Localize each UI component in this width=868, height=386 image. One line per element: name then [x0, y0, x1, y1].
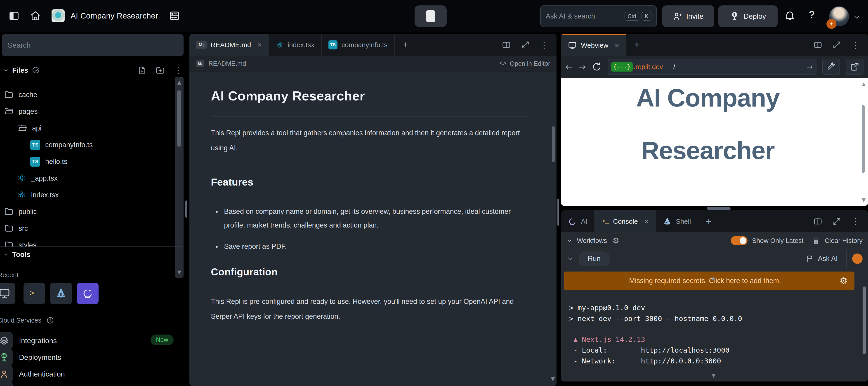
close-tab-icon[interactable]: × — [615, 41, 619, 50]
close-tab-icon[interactable]: × — [644, 217, 649, 226]
panel-resize-handle[interactable] — [557, 199, 559, 226]
tool-ai-button[interactable] — [77, 283, 98, 304]
tree-item-folder[interactable]: api — [0, 120, 41, 136]
tab-shell[interactable]: Shell — [656, 210, 698, 232]
expand-icon[interactable] — [832, 40, 841, 49]
back-icon[interactable]: ← — [565, 62, 573, 72]
scroll-up-icon[interactable]: ▲ — [561, 275, 866, 281]
tab-console[interactable]: >_ Console × — [594, 210, 656, 232]
layout-list-icon[interactable] — [169, 10, 180, 22]
editor-scrollbar-thumb[interactable] — [552, 126, 555, 162]
split-view-icon[interactable] — [502, 40, 511, 49]
configuration-text: This Repl is pre-configured and ready to… — [211, 294, 529, 324]
deploy-icon — [730, 11, 739, 21]
webview-scrollbar[interactable]: ▲ ▼ — [860, 79, 867, 205]
tab-readme[interactable]: M↓ README.md × — [189, 34, 269, 56]
open-external-button[interactable] — [846, 59, 864, 75]
webview-scrollbar-thumb[interactable] — [862, 105, 865, 173]
go-icon[interactable]: → — [807, 62, 813, 71]
tab-webview[interactable]: Webview × — [561, 34, 626, 56]
files-scrollbar[interactable]: ▲ ▼ — [175, 77, 184, 278]
search-input[interactable] — [2, 34, 184, 56]
tree-item-folder[interactable]: src — [0, 220, 28, 237]
close-tab-icon[interactable]: × — [257, 40, 262, 49]
new-tab-button[interactable]: + — [626, 34, 648, 56]
tree-item-folder[interactable]: styles — [0, 237, 36, 247]
tree-item-file[interactable]: ⚛ index.tsx — [0, 187, 59, 203]
scroll-up-icon[interactable]: ▲ — [175, 79, 184, 85]
tool-shell-button[interactable] — [50, 283, 72, 304]
monitor-icon — [568, 41, 577, 50]
tree-item-folder[interactable]: cache — [0, 87, 37, 103]
scroll-up-icon[interactable]: ▲ — [860, 81, 868, 87]
invite-button[interactable]: Invite — [662, 5, 714, 27]
chevron-down-icon[interactable] — [566, 238, 573, 244]
expand-icon[interactable] — [832, 217, 841, 226]
readme-preview: AI Company Researcher This Repl provides… — [189, 72, 557, 386]
chevron-down-icon[interactable] — [3, 68, 9, 73]
tree-item-file[interactable]: TS companyInfo.ts — [0, 137, 93, 153]
ask-ai-button[interactable]: Ask AI — [806, 255, 838, 263]
show-only-latest-toggle[interactable] — [731, 236, 747, 245]
refresh-icon[interactable] — [592, 62, 602, 72]
tree-item-file[interactable]: ⚛ _app.tsx — [0, 170, 58, 186]
notifications-bell-icon[interactable] — [784, 9, 796, 21]
home-icon[interactable] — [30, 10, 41, 21]
url-input[interactable]: {...} .replit.dev / → — [608, 59, 816, 75]
split-view-icon[interactable] — [813, 217, 822, 226]
readme-intro: This Repl provides a tool that gathers c… — [211, 126, 529, 155]
tree-item-file[interactable]: TS hello.ts — [0, 153, 67, 170]
console-body: Workflows ⚙ Show Only Latest Clear Histo… — [561, 232, 868, 382]
webview-menu-kebab-icon[interactable]: ⋮ — [851, 40, 860, 50]
sidebar-toggle-icon[interactable] — [8, 10, 20, 21]
console-scrollbar-thumb[interactable] — [863, 286, 866, 354]
console-menu-kebab-icon[interactable]: ⋮ — [851, 216, 860, 226]
scroll-down-icon[interactable]: ▼ — [561, 373, 866, 378]
sidebar-item-integrations[interactable]: Integrations New — [0, 332, 185, 349]
recent-label: Recent — [0, 271, 19, 279]
help-icon[interactable]: ? — [809, 9, 815, 20]
scroll-down-icon[interactable]: ▼ — [860, 197, 868, 203]
new-folder-icon[interactable] — [156, 66, 165, 75]
new-tab-button[interactable]: + — [395, 34, 416, 56]
tools-header[interactable]: Tools — [3, 251, 30, 259]
forward-icon[interactable]: → — [579, 62, 586, 72]
ask-ai-search[interactable]: Ask AI & search Ctrl K — [540, 5, 657, 27]
sidebar-resize-handle[interactable] — [185, 201, 187, 218]
tab-index-tsx[interactable]: ⚛ index.tsx — [269, 34, 321, 56]
sidebar-item-authentication[interactable]: Authentication — [0, 366, 185, 382]
workflows-gear-icon[interactable]: ⚙ — [612, 236, 619, 245]
open-in-editor-button[interactable]: <> Open in Editor — [499, 60, 550, 67]
console-panel: AI >_ Console × Shell + ⋮ Workflows — [561, 210, 868, 382]
tree-item-folder[interactable]: public — [0, 204, 37, 220]
tool-webview-button[interactable] — [0, 283, 16, 304]
trash-icon[interactable] — [812, 237, 820, 245]
scroll-down-icon[interactable]: ▼ — [551, 375, 555, 382]
tab-companyinfo-ts[interactable]: TS companyInfo.ts — [322, 34, 395, 56]
expand-icon[interactable] — [521, 40, 530, 49]
tab-ai[interactable]: AI — [561, 210, 594, 232]
horizontal-resize-handle[interactable] — [707, 207, 731, 210]
new-file-icon[interactable] — [137, 66, 147, 75]
stop-button[interactable] — [414, 5, 447, 27]
sidebar-item-deployments[interactable]: Deployments — [0, 349, 185, 366]
tool-console-button[interactable]: >_ — [24, 283, 45, 304]
clear-history-label[interactable]: Clear History — [825, 237, 863, 244]
chevron-down-icon[interactable] — [852, 13, 861, 21]
files-scrollbar-thumb[interactable] — [177, 90, 181, 147]
split-view-icon[interactable] — [813, 40, 822, 49]
devtools-wrench-button[interactable] — [822, 59, 840, 75]
tree-item-folder[interactable]: pages — [0, 103, 37, 120]
shell-icon — [55, 288, 67, 299]
webview-url-bar: ← → {...} .replit.dev / → — [561, 56, 868, 78]
chevron-down-icon[interactable] — [566, 255, 574, 262]
deploy-button[interactable]: Deploy — [718, 5, 778, 27]
new-tab-button[interactable]: + — [698, 210, 719, 232]
files-menu-kebab-icon[interactable]: ⋮ — [174, 66, 182, 75]
missing-secrets-banner[interactable]: Missing required secrets. Click here to … — [564, 272, 855, 290]
scroll-down-icon[interactable]: ▼ — [175, 269, 184, 275]
editor-menu-kebab-icon[interactable]: ⋮ — [540, 40, 548, 50]
webview-content[interactable]: AI Company Researcher ▲ ▼ — [561, 78, 868, 206]
run-workflow-button[interactable]: Run — [579, 251, 610, 266]
folder-icon — [4, 224, 13, 233]
